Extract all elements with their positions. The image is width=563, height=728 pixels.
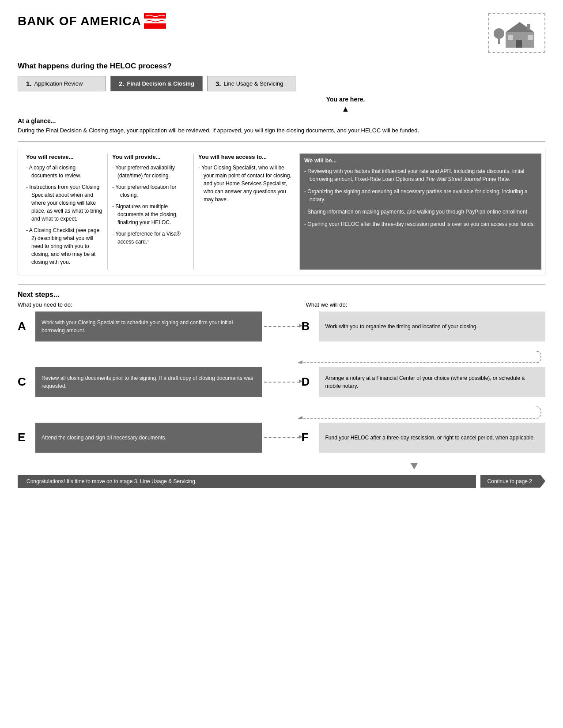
step-b-box: Work with you to organize the timing and… (319, 311, 546, 341)
we-will-item-3: Sharing information on making payments, … (304, 208, 537, 216)
svg-point-3 (494, 28, 504, 39)
receive-item-1: A copy of all closing documents to revie… (26, 164, 103, 180)
you-are-here-arrow-icon: ▲ (342, 105, 350, 114)
next-steps-heading: Next steps... (18, 291, 545, 299)
provide-item-sub: Your preferred location for closing. (112, 183, 189, 199)
svg-marker-12 (298, 416, 302, 419)
content-grid: You will receive... A copy of all closin… (18, 148, 545, 275)
svg-rect-9 (528, 35, 533, 40)
access-column: You will have access to... Your Closing … (194, 154, 300, 270)
access-list: Your Closing Specialist, who will be you… (198, 164, 295, 203)
svg-rect-0 (144, 13, 166, 19)
step-1-label: Application Review (34, 80, 83, 87)
curve-arrow-bc (280, 350, 545, 364)
svg-rect-8 (508, 35, 513, 40)
access-item-1: Your Closing Specialist, who will be you… (198, 164, 295, 203)
connector-ef-line (264, 437, 299, 438)
svg-marker-11 (298, 360, 302, 364)
bottom-bar: Congratulations! It's time to move on to… (18, 475, 545, 488)
step-c-letter: C (18, 375, 35, 389)
continue-to-page2-button[interactable]: Continue to page 2 (480, 475, 545, 488)
step-1: 1. Application Review (18, 76, 106, 91)
step-pair-cd: C Review all closing documents prior to … (18, 367, 545, 397)
we-will-heading: We will be... (304, 157, 537, 164)
step-3-label: Line Usage & Servicing (223, 80, 283, 87)
congrats-box: Congratulations! It's time to move on to… (18, 475, 476, 488)
left-step-e: E Attend the closing and sign all necess… (18, 423, 262, 453)
logo-flag-icon (144, 13, 166, 29)
we-will-item-1: Reviewing with you factors that influenc… (304, 167, 537, 183)
at-a-glance-text: During the Final Decision & Closing stag… (18, 126, 545, 135)
we-will-item-2: Organizing the signing and ensuring all … (304, 188, 537, 203)
step-3: 3. Line Usage & Servicing (207, 76, 295, 91)
page-title: What happens during the HELOC process? (18, 62, 545, 71)
svg-rect-4 (498, 38, 500, 44)
provide-list: Your preferred availability (date/time) … (112, 164, 189, 246)
receive-item-3: A Closing Checklist (see page 2) describ… (26, 226, 103, 266)
logo-text: BANK OF AMERICA (18, 14, 141, 28)
svg-rect-10 (527, 24, 530, 30)
connector-cd (262, 382, 302, 383)
svg-rect-7 (516, 40, 522, 48)
step-2-label: Final Decision & Closing (127, 80, 194, 87)
provide-heading: You will provide... (112, 154, 189, 160)
left-step-a: A Work with your Closing Specialist to s… (18, 311, 262, 341)
next-steps-section: Next steps... What you need to do: What … (18, 291, 545, 488)
step-3-num: 3. (215, 80, 221, 87)
process-steps: 1. Application Review 2. Final Decision … (18, 76, 545, 91)
step-b-letter: B (302, 319, 319, 333)
at-a-glance-heading: At a glance... (18, 117, 545, 124)
step-d-letter: D (302, 375, 319, 389)
header: BANK OF AMERICA (18, 13, 545, 53)
down-arrow-icon (410, 462, 419, 470)
connector-cd-line (264, 382, 299, 383)
at-a-glance-section: At a glance... During the Final Decision… (18, 117, 545, 135)
right-step-f: F Fund your HELOC after a three-day resc… (302, 423, 546, 453)
logo-area: BANK OF AMERICA (18, 13, 166, 29)
we-will-column: We will be... Reviewing with you factors… (300, 154, 541, 270)
step-e-letter: E (18, 431, 35, 444)
step-d-box: Arrange a notary at a Financial Center o… (319, 367, 546, 397)
svg-marker-13 (411, 463, 418, 469)
receive-heading: You will receive... (26, 154, 103, 160)
step-pair-ef: E Attend the closing and sign all necess… (18, 423, 545, 453)
you-are-here-label: You are here. (326, 96, 365, 103)
receive-list: A copy of all closing documents to revie… (26, 164, 103, 266)
step-e-box: Attend the closing and sign all necessar… (35, 423, 262, 453)
step-c-box: Review all closing documents prior to th… (35, 367, 262, 397)
right-step-b: B Work with you to organize the timing a… (302, 311, 546, 341)
what-you-do-label: What you need to do: (18, 301, 282, 308)
house-graphic (488, 13, 545, 53)
provide-item-2: Signatures on multiple documents at the … (112, 203, 189, 226)
receive-item-2: Instructions from your Closing Specialis… (26, 183, 103, 223)
step-f-letter: F (302, 431, 319, 444)
curve-arrow-de (280, 406, 545, 419)
what-we-do-label: What we will do: (282, 301, 546, 308)
receive-column: You will receive... A copy of all closin… (22, 154, 108, 270)
we-will-item-4: Opening your HELOC after the three-day r… (304, 220, 537, 228)
connector-ef (262, 437, 302, 438)
left-step-c: C Review all closing documents prior to … (18, 367, 262, 397)
provide-item-3: Your preference for a Visa® access card.… (112, 230, 189, 246)
we-will-list: Reviewing with you factors that influenc… (304, 167, 537, 228)
step-pair-ab: A Work with your Closing Specialist to s… (18, 311, 545, 341)
provide-column: You will provide... Your preferred avail… (108, 154, 194, 270)
step-a-letter: A (18, 319, 35, 333)
access-heading: You will have access to... (198, 154, 295, 160)
step-1-num: 1. (26, 80, 32, 87)
right-step-d: D Arrange a notary at a Financial Center… (302, 367, 546, 397)
separator-2 (18, 284, 545, 285)
step-f-box: Fund your HELOC after a three-day rescis… (319, 423, 546, 453)
connector-ab-line (264, 326, 299, 327)
svg-rect-2 (144, 23, 166, 29)
separator (18, 141, 545, 142)
step-a-box: Work with your Closing Specialist to sch… (35, 311, 262, 341)
step-2: 2. Final Decision & Closing (110, 76, 203, 91)
connector-ab (262, 326, 302, 327)
step-2-num: 2. (119, 80, 125, 87)
provide-item-1: Your preferred availability (date/time) … (112, 164, 189, 180)
